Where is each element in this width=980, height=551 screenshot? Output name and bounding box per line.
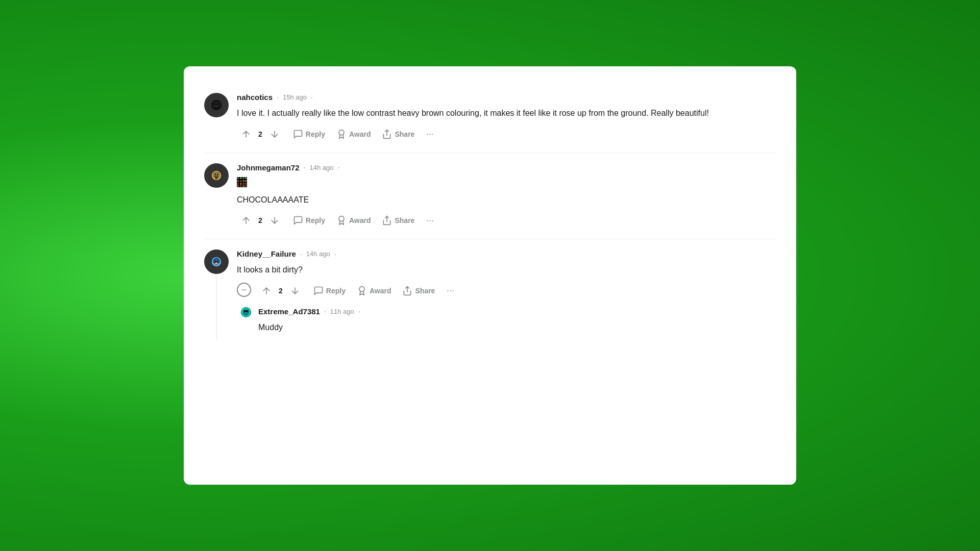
- share-btn-3[interactable]: Share: [398, 284, 439, 298]
- reply-header-extreme: Extreme_Ad7381 · 11h ago ·: [258, 307, 776, 316]
- reply-btn-3[interactable]: Reply: [309, 284, 350, 298]
- comment-text-kidney: It looks a bit dirty?: [237, 263, 776, 277]
- avatar-extreme-image: [241, 307, 251, 317]
- upvote-btn-3[interactable]: [257, 284, 276, 298]
- reply-btn-2[interactable]: Reply: [289, 213, 329, 228]
- vote-count-2: 2: [258, 216, 262, 224]
- more-btn-2[interactable]: ···: [422, 212, 438, 229]
- svg-point-36: [215, 262, 216, 263]
- downvote-btn-2[interactable]: [265, 213, 284, 228]
- svg-rect-18: [240, 180, 242, 182]
- svg-point-45: [245, 311, 246, 311]
- svg-rect-25: [245, 183, 247, 185]
- reply-btn-1[interactable]: Reply: [289, 127, 329, 141]
- award-btn-1[interactable]: Award: [332, 127, 375, 141]
- comment-text-john: CHOCOLAAAAATE: [237, 193, 776, 207]
- svg-rect-23: [245, 177, 247, 179]
- upvote-icon-1: [241, 129, 251, 139]
- vote-area-2: 2: [237, 213, 284, 228]
- share-icon-2: [382, 215, 392, 226]
- comment-body-kidney: Kidney__Failure · 14h ago · It looks a b…: [237, 249, 776, 340]
- vote-count-1: 2: [258, 130, 262, 138]
- upvote-btn-2[interactable]: [237, 213, 255, 228]
- svg-rect-21: [240, 183, 242, 185]
- comment-actions-nahcotics: 2 Reply Award Share ···: [237, 126, 776, 142]
- comments-card: nahcotics · 15h ago · I love it. I actua…: [184, 66, 796, 485]
- vote-count-3: 2: [279, 287, 283, 295]
- more-btn-3[interactable]: ···: [442, 283, 458, 299]
- award-btn-3[interactable]: Award: [353, 284, 396, 298]
- svg-rect-8: [215, 173, 216, 175]
- comment-body-john: Johnmegaman72 · 14h ago ·: [237, 163, 776, 229]
- reply-text-extreme: Muddy: [258, 321, 776, 334]
- comment-text-nahcotics: I love it. I actually really like the lo…: [237, 107, 776, 120]
- comment-kidney: Kidney__Failure · 14h ago · It looks a b…: [204, 239, 776, 350]
- svg-rect-9: [217, 173, 218, 175]
- avatar-collapse-col: [204, 249, 229, 340]
- share-btn-1[interactable]: Share: [378, 127, 419, 141]
- timestamp-nahcotics: 15h ago: [283, 93, 307, 101]
- reply-icon-2: [293, 215, 303, 226]
- comment-actions-kidney: − 2 Reply Award: [237, 283, 776, 299]
- svg-point-37: [217, 262, 218, 263]
- downvote-btn-3[interactable]: [286, 284, 304, 298]
- svg-point-4: [215, 107, 218, 109]
- collapse-btn-kidney[interactable]: −: [237, 283, 251, 297]
- comment-header-nahcotics: nahcotics · 15h ago ·: [237, 93, 776, 102]
- comment-header-john: Johnmegaman72 · 14h ago ·: [237, 163, 776, 172]
- award-btn-2[interactable]: Award: [332, 213, 375, 228]
- comment-nahcotics: nahcotics · 15h ago · I love it. I actua…: [204, 83, 776, 153]
- award-icon-2: [336, 215, 347, 226]
- username-extreme: Extreme_Ad7381: [258, 307, 320, 316]
- upvote-icon-3: [261, 286, 272, 296]
- timestamp-kidney: 14h ago: [306, 250, 330, 258]
- vote-area-1: 2: [237, 127, 284, 141]
- avatar-nahcotics: [204, 93, 229, 117]
- reply-icon-1: [293, 129, 303, 139]
- svg-rect-29: [245, 185, 247, 187]
- svg-rect-27: [240, 185, 242, 187]
- avatar-johnmegaman72: [204, 163, 229, 188]
- svg-rect-16: [242, 177, 244, 179]
- comment-body-nahcotics: nahcotics · 15h ago · I love it. I actua…: [237, 93, 776, 142]
- svg-rect-14: [237, 177, 239, 179]
- svg-rect-24: [245, 180, 247, 182]
- comment-actions-john: 2 Reply Award Share ···: [237, 212, 776, 229]
- svg-rect-10: [214, 176, 218, 176]
- svg-rect-26: [237, 185, 239, 187]
- nested-comment-extreme: Extreme_Ad7381 · 11h ago · Muddy: [241, 307, 776, 340]
- comment-johnmegaman72: Johnmegaman72 · 14h ago ·: [204, 153, 776, 240]
- vote-area-3: 2: [257, 284, 304, 298]
- downvote-icon-3: [290, 286, 300, 296]
- svg-rect-17: [237, 180, 239, 182]
- thread-line-kidney: [216, 276, 217, 340]
- share-icon-3: [402, 286, 412, 296]
- svg-rect-22: [242, 183, 244, 185]
- reply-body-extreme: Extreme_Ad7381 · 11h ago · Muddy: [258, 307, 776, 340]
- svg-rect-28: [242, 185, 244, 187]
- timestamp-john: 14h ago: [309, 164, 333, 171]
- svg-rect-15: [240, 177, 242, 179]
- more-btn-1[interactable]: ···: [422, 126, 438, 142]
- upvote-icon-2: [241, 215, 251, 226]
- share-btn-2[interactable]: Share: [378, 213, 419, 228]
- minus-icon: −: [241, 285, 247, 294]
- avatar-kidney: [204, 249, 229, 274]
- avatar-extreme: [241, 307, 251, 340]
- svg-point-1: [214, 102, 219, 108]
- username-nahcotics: nahcotics: [237, 93, 273, 102]
- minecraft-block: [237, 177, 776, 189]
- award-icon-1: [336, 129, 347, 139]
- award-icon-3: [357, 286, 367, 296]
- username-kidney: Kidney__Failure: [237, 249, 296, 258]
- minecraft-block-image: [237, 177, 247, 187]
- share-icon-1: [382, 129, 392, 139]
- avatar-john-image: [211, 170, 222, 181]
- svg-point-3: [216, 104, 218, 105]
- upvote-btn-1[interactable]: [237, 127, 255, 141]
- svg-rect-20: [237, 183, 239, 185]
- svg-point-2: [215, 104, 216, 105]
- downvote-icon-2: [270, 215, 280, 226]
- downvote-btn-1[interactable]: [265, 127, 284, 141]
- downvote-icon-1: [270, 129, 280, 139]
